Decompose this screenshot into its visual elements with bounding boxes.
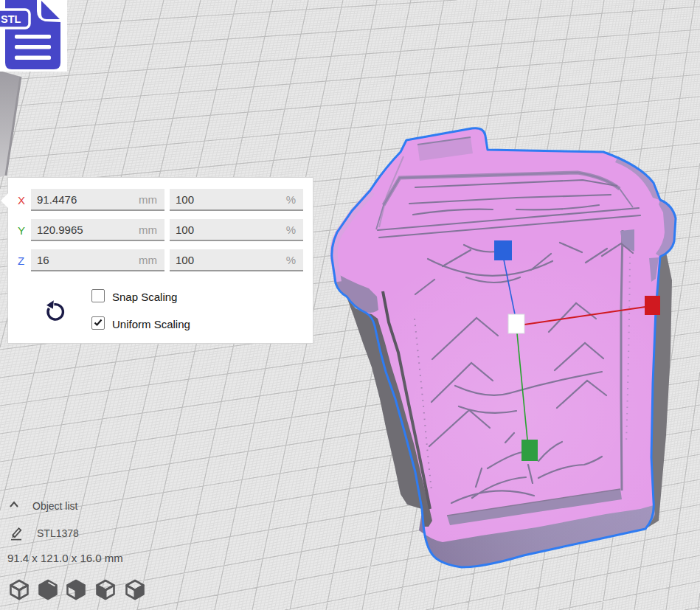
svg-text:STL: STL — [1, 13, 21, 25]
